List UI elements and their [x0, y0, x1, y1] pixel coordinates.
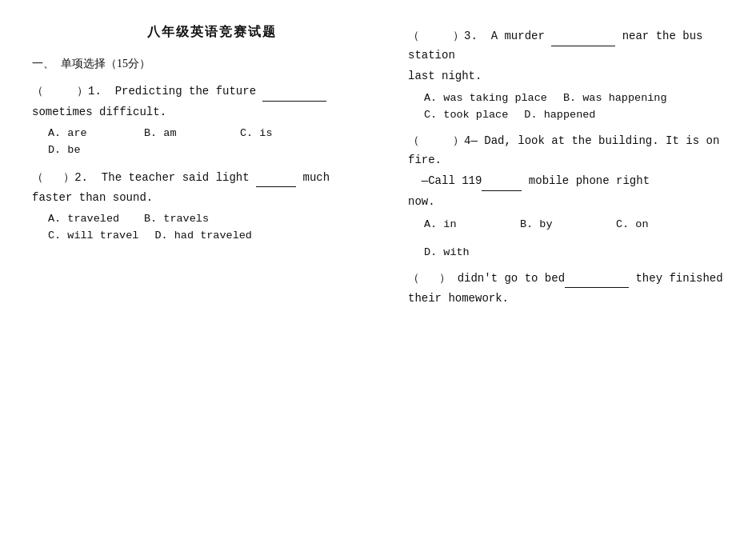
q2-continuation: faster than sound. [32, 189, 392, 208]
q5-continuation: their homework. [408, 289, 756, 309]
question-3: （ ）3. A murder near the bus station last… [408, 27, 756, 121]
q1-options-row2: D. be [48, 144, 392, 156]
q4-text2: —Call 119 mobile phone right [408, 172, 756, 191]
q4-blank [482, 180, 522, 191]
q1-content: Predicting the future [115, 85, 327, 98]
section-header: 一、 单项选择（15分） [32, 57, 392, 71]
left-column: 八年级英语竞赛试题 一、 单项选择（15分） （ ）1. Predicting … [32, 24, 400, 519]
q2-content: The teacher said light much [102, 171, 330, 184]
q4-option-a: A. in [424, 218, 504, 230]
section-name: 单项选择（15分） [61, 57, 150, 71]
q3-paren-left: （ [408, 30, 419, 42]
q3-blank [551, 35, 615, 46]
q1-blank [262, 90, 326, 102]
q4-option-c: C. on [616, 218, 696, 230]
q2-option-b: B. travels [144, 213, 224, 225]
q2-paren-right: ）2. [63, 171, 94, 184]
q3-option-a: A. was taking place [424, 92, 547, 104]
q3-option-d: D. happened [524, 109, 620, 121]
q3-paren-right: ）3. [453, 30, 484, 42]
q2-options-row2: C. will travel D. had traveled [48, 230, 392, 242]
q4-options: A. in B. by C. on D. with [424, 218, 756, 258]
q2-option-d: D. had traveled [154, 230, 252, 242]
q4-paren-right: ）4— [453, 134, 478, 147]
q1-paren-left: （ [32, 85, 43, 98]
page: 八年级英语竞赛试题 一、 单项选择（15分） （ ）1. Predicting … [0, 0, 756, 535]
question-2: （ ）2. The teacher said light much faster… [32, 169, 392, 242]
q4-text3: now. [408, 193, 756, 212]
section-label: 一、 [32, 57, 54, 71]
question-4: （ ）4— Dad, look at the building. It is o… [408, 132, 756, 258]
q5-text: （ ） didn't go to bed they finished [408, 269, 756, 289]
q4-text1: （ ）4— Dad, look at the building. It is o… [408, 132, 756, 170]
question-5: （ ） didn't go to bed they finished their… [408, 269, 756, 309]
q3-options-row2: C. took place D. happened [424, 109, 756, 121]
q5-paren-left: （ [408, 272, 419, 285]
q1-option-a: A. are [48, 127, 128, 139]
q1-option-b: B. am [144, 127, 224, 139]
q2-options-row1: A. traveled B. travels [48, 213, 392, 225]
q3-option-c: C. took place [424, 109, 508, 121]
q2-option-a: A. traveled [48, 213, 128, 225]
q3-option-b: B. was happening [563, 92, 667, 104]
q1-options: A. are B. am C. is [48, 127, 392, 139]
q4-option-d: D. with [424, 246, 504, 258]
q4-paren-left: （ [408, 134, 419, 147]
q4-option-b: B. by [520, 218, 600, 230]
question-1: （ ）1. Predicting the future sometimes di… [32, 82, 392, 156]
q3-continuation: last night. [408, 67, 756, 86]
q1-paren-right: ）1. [77, 85, 108, 98]
q2-paren-left: （ [32, 171, 43, 184]
right-column: （ ）3. A murder near the bus station last… [400, 24, 756, 519]
q2-blank [256, 176, 296, 187]
q1-option-d: D. be [48, 144, 128, 156]
q2-text: （ ）2. The teacher said light much [32, 169, 392, 188]
q1-text: （ ）1. Predicting the future [32, 82, 392, 102]
q5-content: didn't go to bed they finished [458, 272, 723, 285]
q3-text: （ ）3. A murder near the bus station [408, 27, 756, 66]
q5-blank [565, 277, 629, 288]
q3-options-row1: A. was taking place B. was happening [424, 92, 756, 104]
q2-option-c: C. will travel [48, 230, 138, 242]
q1-option-c: C. is [240, 127, 320, 139]
page-title: 八年级英语竞赛试题 [32, 24, 392, 41]
q1-continuation: sometimes difficult. [32, 103, 392, 122]
q5-paren-right: ） [439, 272, 450, 285]
